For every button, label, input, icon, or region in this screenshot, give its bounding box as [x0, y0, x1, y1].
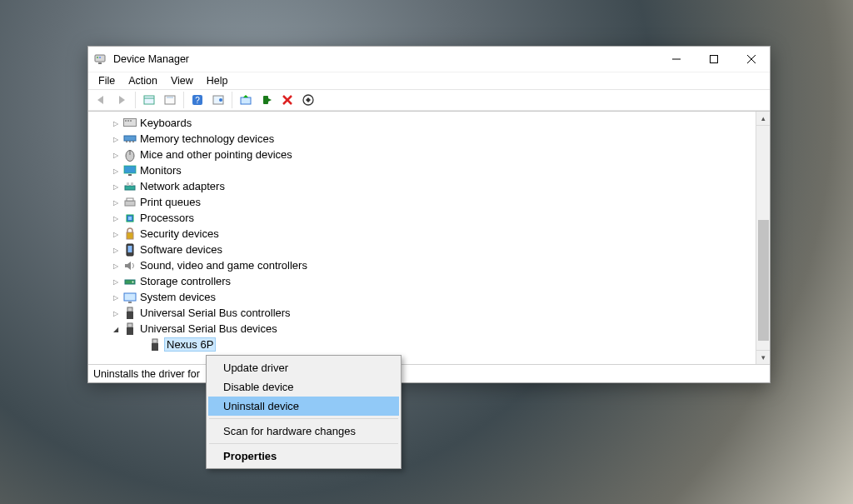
- expander-icon[interactable]: [110, 167, 122, 175]
- tree-node-security[interactable]: Security devices: [95, 226, 768, 242]
- uninstall-button[interactable]: [278, 91, 297, 109]
- svg-rect-51: [124, 293, 136, 301]
- svg-rect-27: [125, 120, 127, 122]
- svg-rect-32: [129, 141, 131, 142]
- expander-icon[interactable]: [110, 246, 122, 254]
- expander-icon[interactable]: [110, 277, 122, 286]
- expander-icon[interactable]: [110, 151, 122, 159]
- scroll-up-arrow[interactable]: ▴: [756, 112, 770, 126]
- tree-label: Monitors: [140, 164, 182, 177]
- device-tree[interactable]: Keyboards Memory technology devices Mice…: [88, 112, 770, 364]
- context-update-driver[interactable]: Update driver: [208, 358, 399, 377]
- svg-rect-39: [127, 182, 129, 186]
- tree-node-network[interactable]: Network adapters: [95, 178, 768, 194]
- menu-action[interactable]: Action: [122, 74, 164, 87]
- expander-icon[interactable]: [110, 198, 122, 207]
- titlebar[interactable]: Device Manager: [88, 47, 770, 72]
- printer-icon: [123, 196, 137, 209]
- svg-line-6: [747, 55, 756, 63]
- forward-button[interactable]: [112, 91, 131, 109]
- refresh-button[interactable]: [209, 91, 227, 109]
- update-driver-button[interactable]: [237, 91, 255, 109]
- svg-marker-21: [268, 98, 272, 102]
- tree-node-usb-controllers[interactable]: Universal Serial Bus controllers: [95, 305, 768, 321]
- svg-point-2: [97, 57, 98, 58]
- context-disable-device[interactable]: Disable device: [208, 377, 399, 397]
- context-uninstall-device[interactable]: Uninstall device: [208, 397, 399, 416]
- tree-node-memory[interactable]: Memory technology devices: [95, 131, 768, 147]
- expander-icon[interactable]: [110, 309, 122, 317]
- minimize-button[interactable]: [657, 47, 695, 72]
- scan-hardware-button[interactable]: [299, 91, 317, 109]
- statusbar: Uninstalls the driver for: [88, 364, 770, 382]
- scrollbar-thumb[interactable]: [758, 220, 769, 341]
- tree-node-monitors[interactable]: Monitors: [95, 162, 768, 178]
- show-hidden-button[interactable]: [140, 91, 158, 109]
- vertical-scrollbar[interactable]: ▴ ▾: [756, 112, 770, 364]
- expander-icon[interactable]: [110, 182, 122, 191]
- tree-label: Storage controllers: [140, 275, 231, 287]
- tree-node-nexus-6p[interactable]: Nexus 6P: [95, 337, 768, 352]
- svg-marker-9: [119, 96, 125, 104]
- tree-node-software[interactable]: Software devices: [95, 242, 768, 257]
- menu-file[interactable]: File: [92, 74, 122, 87]
- expander-icon[interactable]: [110, 135, 122, 143]
- expander-icon[interactable]: [110, 262, 122, 270]
- tree-node-storage[interactable]: Storage controllers: [95, 273, 768, 289]
- svg-marker-25: [306, 97, 311, 102]
- scroll-down-arrow[interactable]: ▾: [756, 350, 770, 364]
- keyboard-icon: [123, 117, 137, 130]
- tree-label: Software devices: [140, 243, 222, 256]
- tree-node-system[interactable]: System devices: [95, 289, 768, 305]
- close-button[interactable]: [732, 47, 770, 72]
- help-button[interactable]: ?: [188, 91, 207, 109]
- back-button[interactable]: [92, 91, 110, 109]
- svg-rect-31: [126, 141, 127, 142]
- enable-device-button[interactable]: [257, 91, 276, 109]
- tree-label: Universal Serial Bus devices: [140, 322, 277, 335]
- expander-icon[interactable]: [110, 214, 122, 222]
- tree-node-keyboards[interactable]: Keyboards: [95, 115, 768, 131]
- context-properties[interactable]: Properties: [208, 447, 399, 466]
- expander-icon[interactable]: [110, 325, 122, 333]
- tree-label: Nexus 6P: [165, 338, 215, 351]
- menu-view[interactable]: View: [164, 74, 200, 87]
- svg-rect-40: [131, 182, 133, 186]
- security-icon: [123, 227, 137, 241]
- device-manager-window: Device Manager File Action View Help ?: [87, 46, 771, 383]
- tree-node-print-queues[interactable]: Print queues: [95, 194, 768, 210]
- menu-help[interactable]: Help: [200, 74, 235, 87]
- tree-node-sound[interactable]: Sound, video and game controllers: [95, 257, 768, 273]
- tree-node-usb-devices[interactable]: Universal Serial Bus devices: [95, 321, 768, 337]
- svg-point-3: [99, 57, 101, 58]
- menubar: File Action View Help: [88, 72, 770, 89]
- svg-point-17: [219, 98, 222, 102]
- svg-rect-37: [128, 174, 132, 176]
- svg-rect-54: [127, 312, 133, 319]
- svg-rect-58: [152, 343, 158, 351]
- svg-rect-29: [130, 120, 132, 122]
- svg-rect-1: [98, 62, 102, 64]
- print-button[interactable]: [161, 91, 179, 109]
- expander-icon[interactable]: [110, 230, 122, 238]
- svg-rect-36: [124, 166, 136, 173]
- svg-rect-18: [241, 97, 251, 104]
- context-menu[interactable]: Update driver Disable device Uninstall d…: [206, 355, 402, 469]
- svg-rect-13: [167, 97, 173, 98]
- expander-icon[interactable]: [110, 293, 122, 302]
- mouse-icon: [123, 148, 137, 162]
- svg-line-7: [747, 55, 756, 63]
- tree-node-mice[interactable]: Mice and other pointing devices: [95, 147, 768, 162]
- tree-node-processors[interactable]: Processors: [95, 210, 768, 226]
- svg-rect-42: [127, 198, 133, 201]
- expander-icon[interactable]: [110, 119, 122, 127]
- svg-rect-5: [710, 56, 717, 63]
- maximize-button[interactable]: [695, 47, 732, 72]
- svg-rect-56: [127, 327, 133, 335]
- usb-icon: [123, 322, 137, 336]
- context-separator: [209, 418, 398, 419]
- tree-label: Mice and other pointing devices: [140, 148, 292, 161]
- svg-rect-30: [124, 136, 136, 141]
- context-scan-hardware[interactable]: Scan for hardware changes: [208, 422, 399, 441]
- svg-rect-10: [144, 96, 154, 104]
